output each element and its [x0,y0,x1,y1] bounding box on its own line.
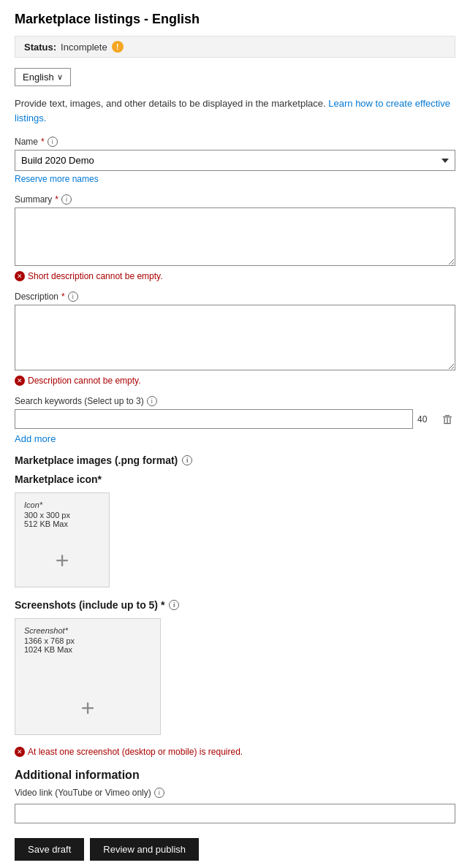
svg-rect-1 [445,415,450,416]
svg-rect-5 [444,423,451,424]
description-label: Description * i [15,292,455,302]
status-warning-icon: ! [112,41,124,53]
chevron-down-icon: ∨ [57,72,63,82]
description-info-icon[interactable]: i [68,292,78,302]
video-link-input[interactable] [15,804,455,823]
name-required: * [41,137,45,147]
images-info-icon[interactable]: i [182,455,192,465]
status-label: Status: [24,42,56,53]
summary-field-group: Summary * i ✕ Short description cannot b… [15,194,455,281]
search-keywords-row: 40 [15,409,455,429]
char-count: 40 [417,414,435,425]
name-field-group: Name * i Build 2020 Demo Reserve more na… [15,137,455,184]
add-more-link[interactable]: Add more [15,433,56,444]
icon-box-max: 512 KB Max [24,519,68,528]
screenshot-upload-plus-icon: + [81,696,95,720]
video-link-label: Video link (YouTube or Vimeo only) i [15,788,455,798]
name-label: Name * i [15,137,455,147]
video-link-group: Video link (YouTube or Vimeo only) i [15,788,455,823]
summary-required: * [55,194,58,205]
search-keywords-info-icon[interactable]: i [147,396,157,406]
search-keywords-group: Search keywords (Select up to 3) i 40 Ad… [15,396,455,444]
screenshot-error: ✕ At least one screenshot (desktop or mo… [15,747,455,757]
svg-rect-3 [447,417,447,423]
summary-label: Summary * i [15,194,455,205]
additional-info-title: Additional information [15,769,455,782]
delete-keyword-button[interactable] [439,411,455,427]
search-keyword-input[interactable] [15,409,413,429]
description-required: * [61,292,65,302]
screenshot-upload-box[interactable]: Screenshot* 1366 x 768 px 1024 KB Max + [15,618,161,735]
name-select[interactable]: Build 2020 Demo [15,150,455,171]
summary-info-icon[interactable]: i [61,194,72,205]
trash-icon [442,414,452,425]
description-textarea[interactable] [15,305,455,370]
marketplace-images-section-title: Marketplace images (.png format) i [15,454,455,466]
language-label: English [23,72,54,83]
video-info-icon[interactable]: i [154,788,164,798]
name-info-icon[interactable]: i [48,137,58,147]
description-error-icon: ✕ [15,376,25,386]
description-field-group: Description * i ✕ Description cannot be … [15,292,455,386]
icon-upload-box[interactable]: Icon* 300 x 300 px 512 KB Max + [15,492,110,587]
status-value: Incomplete [61,42,107,53]
status-bar: Status: Incomplete ! [15,36,455,58]
search-keywords-label: Search keywords (Select up to 3) i [15,396,455,406]
svg-rect-0 [443,416,452,417]
language-dropdown[interactable]: English ∨ [15,68,71,86]
screenshot-box-label: Screenshot* [24,626,68,635]
summary-textarea[interactable] [15,208,455,266]
screenshots-info-icon[interactable]: i [169,600,179,610]
icon-box-dims: 300 x 300 px [24,511,70,519]
summary-error-icon: ✕ [15,271,25,281]
marketplace-icon-title: Marketplace icon* [15,473,455,485]
save-draft-button[interactable]: Save draft [15,838,84,861]
screenshot-box-max: 1024 KB Max [24,645,72,654]
svg-rect-4 [450,417,450,423]
page-title: Marketplace listings - English [15,12,455,27]
reserve-names-link[interactable]: Reserve more names [15,174,99,184]
summary-error: ✕ Short description cannot be empty. [15,271,455,281]
review-publish-button[interactable]: Review and publish [90,838,199,861]
screenshots-title: Screenshots (include up to 5) * i [15,599,455,611]
screenshot-error-icon: ✕ [15,747,25,757]
icon-upload-plus-icon: + [56,549,69,572]
icon-box-label: Icon* [24,500,42,509]
help-text: Provide text, images, and other details … [15,96,455,125]
footer-buttons: Save draft Review and publish [15,838,455,861]
description-error: ✕ Description cannot be empty. [15,376,455,386]
screenshot-box-dims: 1366 x 768 px [24,636,75,645]
svg-rect-2 [444,417,445,423]
screenshots-section: Screenshots (include up to 5) * i Screen… [15,599,455,757]
